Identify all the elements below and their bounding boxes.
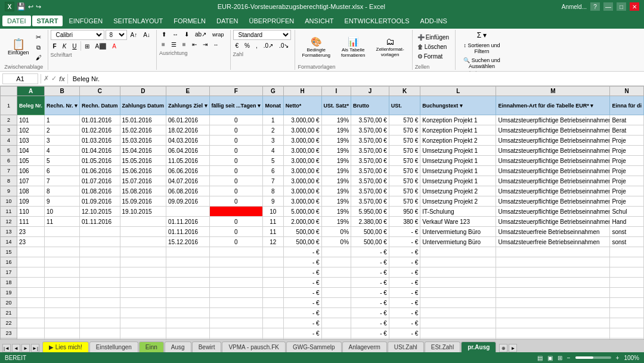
cell[interactable]: 0 xyxy=(209,136,262,146)
cell[interactable] xyxy=(610,328,644,339)
cell[interactable] xyxy=(610,318,644,328)
confirm-formula-icon[interactable]: ✓ xyxy=(51,75,57,82)
cell[interactable]: - € xyxy=(351,298,389,308)
cell[interactable]: - € xyxy=(351,308,389,318)
cell[interactable] xyxy=(420,308,496,318)
cell[interactable]: Proje xyxy=(610,146,644,156)
increase-decimal-button[interactable]: .0↗ xyxy=(261,41,275,50)
cell[interactable] xyxy=(420,278,496,288)
cell[interactable]: 0% xyxy=(321,227,351,237)
insert-cells-button[interactable]: ➕ Einfügen xyxy=(415,33,451,42)
cell[interactable]: Umsatzsteuerpflichtige Betriebseinnahmen xyxy=(496,207,610,217)
formula-input[interactable] xyxy=(70,74,642,84)
cut-button[interactable]: ✂ xyxy=(33,32,44,42)
cell[interactable] xyxy=(45,328,80,339)
col-header-A[interactable]: A xyxy=(17,87,45,96)
cell[interactable] xyxy=(17,318,45,328)
cell[interactable] xyxy=(80,257,120,267)
cell[interactable]: 15.04.2016 xyxy=(120,146,166,156)
cell[interactable]: 2.380,00 € xyxy=(351,217,389,227)
view-layout-icon[interactable]: ▣ xyxy=(547,355,553,361)
cell[interactable] xyxy=(80,278,120,288)
cell[interactable]: 0 xyxy=(209,186,262,196)
cell[interactable]: 7 xyxy=(45,176,80,186)
cell[interactable] xyxy=(80,237,120,247)
cell[interactable]: 8 xyxy=(45,186,80,196)
tab-ust-zahl[interactable]: USt.Zahl xyxy=(388,342,424,352)
cell[interactable]: 570 € xyxy=(389,186,420,196)
cell[interactable] xyxy=(420,267,496,278)
align-center-button[interactable]: ☰ xyxy=(169,40,179,49)
cell[interactable]: 570 € xyxy=(389,156,420,166)
cell[interactable] xyxy=(80,247,120,257)
cell[interactable]: Umsatzsteuerfreie Betriebseinnahmen xyxy=(496,227,610,237)
as-table-button[interactable]: 📊 Als Tabelleformatieren xyxy=(337,35,369,60)
decrease-font-button[interactable]: A↓ xyxy=(141,30,153,39)
cell[interactable] xyxy=(120,227,166,237)
format-cells-button[interactable]: ⚙ Format xyxy=(415,52,451,61)
cell[interactable]: 18.02.2016 xyxy=(166,125,210,136)
cell[interactable]: 19% xyxy=(321,125,351,136)
cell[interactable]: Proje xyxy=(610,196,644,207)
cell[interactable]: - € xyxy=(283,278,321,288)
cell[interactable] xyxy=(209,298,262,308)
cell[interactable]: 3.000,00 € xyxy=(283,146,321,156)
cell[interactable]: - € xyxy=(389,267,420,278)
cell[interactable]: 6 xyxy=(45,166,80,176)
menu-add-ins[interactable]: ADD-INS xyxy=(416,16,452,26)
cell[interactable] xyxy=(209,308,262,318)
cell[interactable] xyxy=(262,308,283,318)
cell[interactable]: 108 xyxy=(17,186,45,196)
cell[interactable]: Umsetzung Projekt 1 xyxy=(420,146,496,156)
cell[interactable]: 04.03.2016 xyxy=(166,136,210,146)
cell[interactable] xyxy=(610,288,644,298)
merge-center-button[interactable]: ↔ xyxy=(211,40,221,49)
cell[interactable] xyxy=(262,288,283,298)
cell[interactable] xyxy=(166,328,210,339)
conditional-format-button[interactable]: 🎨 BedingteFormatierung xyxy=(298,35,335,60)
copy-button[interactable]: ⧉ xyxy=(33,43,44,53)
cell[interactable]: 06.06.2016 xyxy=(166,166,210,176)
cell[interactable] xyxy=(120,298,166,308)
cell[interactable]: Umsatzsteuerpflichtige Betriebseinnahmen xyxy=(496,186,610,196)
cell[interactable]: 3.000,00 € xyxy=(283,156,321,166)
cell[interactable]: 2.000,00 € xyxy=(283,217,321,227)
percent-button[interactable]: % xyxy=(242,41,252,50)
cell[interactable]: - € xyxy=(351,267,389,278)
cell[interactable]: 01.03.2016 xyxy=(80,136,120,146)
cell[interactable] xyxy=(209,247,262,257)
cell[interactable]: Umsetzung Projekt 2 xyxy=(420,186,496,196)
tab-anlage[interactable]: Anlageverm xyxy=(342,342,387,352)
cell[interactable]: 3.570,00 € xyxy=(351,186,389,196)
cell[interactable]: 570 € xyxy=(389,125,420,136)
cell[interactable]: Umsatzsteuerpflichtige Betriebseinnahmen xyxy=(496,115,610,125)
cell[interactable]: 19% xyxy=(321,176,351,186)
cell[interactable]: 3 xyxy=(45,136,80,146)
col-header-G[interactable]: G xyxy=(262,87,283,96)
cell[interactable]: 01.09.2016 xyxy=(80,196,120,207)
cell[interactable] xyxy=(209,278,262,288)
cell[interactable] xyxy=(80,308,120,318)
cell[interactable] xyxy=(166,288,210,298)
tab-pr-ausg[interactable]: pr.Ausg xyxy=(461,342,496,352)
cell[interactable]: 04.07.2016 xyxy=(166,176,210,186)
sort-filter-button[interactable]: ↕ Sortieren undFiltern xyxy=(458,41,506,56)
cell[interactable]: 104 xyxy=(17,146,45,156)
cell[interactable]: Proje xyxy=(610,176,644,186)
cell[interactable] xyxy=(496,318,610,328)
cell[interactable]: 01.08.2016 xyxy=(80,186,120,196)
cell[interactable]: Umsetzung Projekt 1 xyxy=(420,176,496,186)
cell[interactable]: Konzeption Projekt 1 xyxy=(420,125,496,136)
cell[interactable] xyxy=(17,288,45,298)
cell[interactable] xyxy=(45,257,80,267)
cell[interactable]: 4 xyxy=(45,146,80,156)
cell[interactable] xyxy=(262,328,283,339)
cell[interactable]: 19% xyxy=(321,217,351,227)
menu-datei[interactable]: DATEI xyxy=(2,16,31,26)
cell[interactable]: 15.02.2016 xyxy=(120,125,166,136)
increase-font-button[interactable]: A↑ xyxy=(128,30,140,39)
cell[interactable]: - € xyxy=(283,247,321,257)
cell[interactable] xyxy=(496,298,610,308)
menu-ueberpruefen[interactable]: ÜBERPRÜFEN xyxy=(244,16,299,26)
cell[interactable]: Schul xyxy=(610,207,644,217)
